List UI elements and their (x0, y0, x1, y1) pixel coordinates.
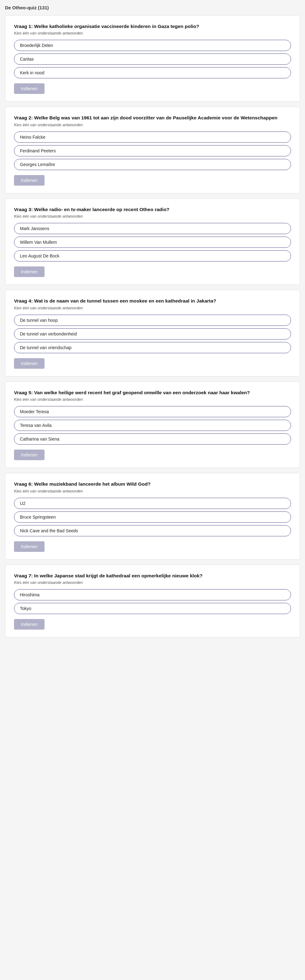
question-title-q4: Vraag 4: Wat is de naam van de tunnel tu… (14, 298, 291, 304)
answer-option-q5-2[interactable]: Catharina van Siena (14, 433, 291, 445)
answer-option-q2-2[interactable]: Georges Lemaître (14, 159, 291, 170)
question-title-q1: Vraag 1: Welke katholieke organisatie va… (14, 23, 291, 30)
answer-option-q3-1[interactable]: Willem Van Mullem (14, 237, 291, 248)
answer-option-q3-2[interactable]: Leo August De Bock (14, 250, 291, 261)
question-title-q6: Vraag 6: Welke muziekband lanceerde het … (14, 480, 291, 487)
submit-button-q5[interactable]: Indienen (14, 450, 45, 460)
answer-option-q5-1[interactable]: Teresa van Avila (14, 420, 291, 431)
answer-option-q2-1[interactable]: Ferdinand Peeters (14, 145, 291, 156)
answer-option-q5-0[interactable]: Moeder Teresa (14, 406, 291, 417)
answer-option-q1-1[interactable]: Caritas (14, 54, 291, 65)
question-title-q5: Vraag 5: Van welke heilige werd recent h… (14, 389, 291, 396)
submit-button-q3[interactable]: Indienen (14, 266, 45, 277)
question-instruction-q6: Kies één van onderstaande antwoorden (14, 489, 291, 493)
answer-option-q4-2[interactable]: De tunnel van vriendschap (14, 342, 291, 353)
page-title: De Otheo-quiz (131) (5, 5, 300, 10)
submit-button-q1[interactable]: Indienen (14, 83, 45, 94)
question-card-q5: Vraag 5: Van welke heilige werd recent h… (5, 382, 300, 468)
submit-button-q7[interactable]: Indienen (14, 619, 45, 630)
question-instruction-q2: Kies één van onderstaande antwoorden (14, 123, 291, 127)
submit-button-q4[interactable]: Indienen (14, 358, 45, 369)
question-card-q1: Vraag 1: Welke katholieke organisatie va… (5, 15, 300, 102)
answer-option-q4-0[interactable]: De tunnel van hoop (14, 315, 291, 326)
question-instruction-q1: Kies één van onderstaande antwoorden (14, 31, 291, 35)
answer-option-q6-2[interactable]: Nick Cave and the Bad Seeds (14, 525, 291, 536)
submit-button-q6[interactable]: Indienen (14, 541, 45, 552)
question-card-q3: Vraag 3: Welke radio- en tv-maker lancee… (5, 198, 300, 285)
answer-option-q2-0[interactable]: Heino Falcke (14, 132, 291, 143)
question-card-q2: Vraag 2: Welke Belg was van 1961 tot aan… (5, 107, 300, 193)
question-title-q7: Vraag 7: In welke Japanse stad krijgt de… (14, 573, 291, 579)
question-instruction-q5: Kies één van onderstaande antwoorden (14, 397, 291, 402)
answer-option-q4-1[interactable]: De tunnel van verbondenheid (14, 328, 291, 339)
question-instruction-q4: Kies één van onderstaande antwoorden (14, 306, 291, 310)
answer-option-q7-0[interactable]: Hiroshima (14, 589, 291, 600)
question-title-q3: Vraag 3: Welke radio- en tv-maker lancee… (14, 206, 291, 213)
question-instruction-q7: Kies één van onderstaande antwoorden (14, 581, 291, 585)
question-card-q6: Vraag 6: Welke muziekband lanceerde het … (5, 473, 300, 559)
question-title-q2: Vraag 2: Welke Belg was van 1961 tot aan… (14, 115, 291, 121)
question-card-q4: Vraag 4: Wat is de naam van de tunnel tu… (5, 290, 300, 376)
question-instruction-q3: Kies één van onderstaande antwoorden (14, 214, 291, 219)
answer-option-q7-1[interactable]: Tokyo (14, 603, 291, 614)
answer-option-q1-2[interactable]: Kerk in nood (14, 67, 291, 78)
question-card-q7: Vraag 7: In welke Japanse stad krijgt de… (5, 565, 300, 637)
answer-option-q6-1[interactable]: Bruce Springsteen (14, 511, 291, 523)
answer-option-q3-0[interactable]: Mark Janssens (14, 223, 291, 234)
answer-option-q6-0[interactable]: U2 (14, 498, 291, 509)
answer-option-q1-0[interactable]: Broederlijk Delen (14, 40, 291, 51)
submit-button-q2[interactable]: Indienen (14, 175, 45, 186)
